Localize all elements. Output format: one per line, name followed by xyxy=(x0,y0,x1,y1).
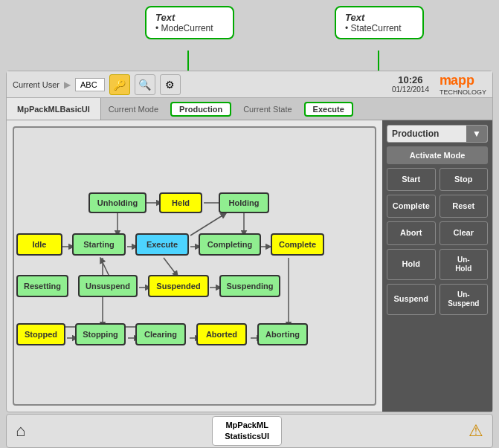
state-suspended: Suspended xyxy=(148,275,209,297)
tab-mode-label: Current Mode xyxy=(101,98,166,120)
btn-row-abort-clear: Abort Clear xyxy=(387,221,488,244)
right-panel: Production ▼ Activate Mode Start Stop Co… xyxy=(382,120,492,412)
suspend-button[interactable]: Suspend xyxy=(387,284,436,315)
state-stopping: Stopping xyxy=(75,323,126,345)
time-display: 10:26 01/12/2014 xyxy=(392,74,429,95)
tab-bar: MpPackMLBasicUI Current Mode Production … xyxy=(7,98,492,120)
activate-mode-button[interactable]: Activate Mode xyxy=(387,146,488,164)
btn-row-hold-unhold: Hold Un-Hold xyxy=(387,249,488,280)
statistics-button[interactable]: MpPackML StatisticsUI xyxy=(212,416,282,447)
clear-button[interactable]: Clear xyxy=(440,221,489,244)
mapp-logo: mapp TECHNOLOGY xyxy=(440,73,486,96)
state-aborted: Aborted xyxy=(196,323,247,345)
state-diagram: Unholding Held Holding Idle Starting Exe… xyxy=(13,126,376,406)
start-button[interactable]: Start xyxy=(387,168,436,191)
state-suspending: Suspending xyxy=(219,275,280,297)
state-clearing: Clearing xyxy=(135,323,186,345)
state-stopped: Stopped xyxy=(16,323,65,345)
state-execute: Execute xyxy=(135,233,189,256)
main-container: Current User ▶ ABC 🔑 🔍 ⚙ 10:26 01/12/201… xyxy=(6,71,493,412)
btn-row-suspend-unsuspend: Suspend Un-Suspend xyxy=(387,284,488,315)
tab-mode-value: Production xyxy=(170,102,231,117)
header-bar: Current User ▶ ABC 🔑 🔍 ⚙ 10:26 01/12/201… xyxy=(7,71,492,98)
warning-button[interactable]: ⚠ xyxy=(469,421,483,441)
state-held: Held xyxy=(159,192,202,213)
state-tooltip-arrow xyxy=(378,51,379,71)
btn-row-complete-reset: Complete Reset xyxy=(387,195,488,218)
unsuspend-button[interactable]: Un-Suspend xyxy=(440,284,489,315)
key-button[interactable]: 🔑 xyxy=(109,74,130,95)
stop-button[interactable]: Stop xyxy=(440,168,489,191)
content-area: Unholding Held Holding Idle Starting Exe… xyxy=(7,120,492,412)
state-idle: Idle xyxy=(16,233,62,256)
svg-line-11 xyxy=(164,258,178,276)
state-unsuspend: Unsuspend xyxy=(78,275,138,297)
state-tooltip-title: Text xyxy=(345,12,413,23)
tooltip-area: Text ModeCurrent Text StateCurrent xyxy=(0,0,499,82)
state-completing: Completing xyxy=(199,233,261,256)
diagram-area: Unholding Held Holding Idle Starting Exe… xyxy=(7,120,382,412)
complete-button[interactable]: Complete xyxy=(387,195,436,218)
diagram-svg xyxy=(14,128,375,404)
tab-mode-value-container: Production xyxy=(166,98,236,120)
user-label: Current User xyxy=(13,80,59,89)
mode-tooltip-item: ModeCurrent xyxy=(155,23,224,33)
user-value: ABC xyxy=(75,78,105,91)
mode-tooltip-title: Text xyxy=(155,12,224,23)
abort-button[interactable]: Abort xyxy=(387,221,436,244)
state-resetting: Resetting xyxy=(16,275,68,297)
search-button[interactable]: 🔍 xyxy=(135,74,155,95)
mode-selector[interactable]: Production ▼ xyxy=(387,125,488,143)
mode-tooltip-arrow xyxy=(187,51,189,71)
svg-line-3 xyxy=(190,213,226,236)
state-tooltip: Text StateCurrent xyxy=(335,6,424,39)
state-unholding: Unholding xyxy=(88,192,147,213)
state-starting: Starting xyxy=(72,233,126,256)
hold-button[interactable]: Hold xyxy=(387,249,436,280)
tab-state-label: Current State xyxy=(236,98,299,120)
reset-button[interactable]: Reset xyxy=(440,195,489,218)
mode-tooltip: Text ModeCurrent xyxy=(145,6,234,39)
settings-button[interactable]: ⚙ xyxy=(160,74,181,95)
state-aborting: Aborting xyxy=(257,323,308,345)
state-holding: Holding xyxy=(219,192,269,213)
unhold-button[interactable]: Un-Hold xyxy=(440,249,489,280)
tab-state-value: Execute xyxy=(304,102,353,117)
tab-app-name[interactable]: MpPackMLBasicUI xyxy=(7,98,101,120)
home-button[interactable]: ⌂ xyxy=(16,421,25,441)
mode-selector-arrow[interactable]: ▼ xyxy=(466,126,487,142)
mode-selector-label: Production xyxy=(387,126,466,142)
state-tooltip-item: StateCurrent xyxy=(345,23,413,33)
svg-line-12 xyxy=(100,258,109,276)
tab-state-value-container: Execute xyxy=(300,98,358,120)
btn-row-start-stop: Start Stop xyxy=(387,168,488,191)
bottom-bar: ⌂ MpPackML StatisticsUI ⚠ xyxy=(6,414,493,448)
state-complete: Complete xyxy=(271,233,324,256)
